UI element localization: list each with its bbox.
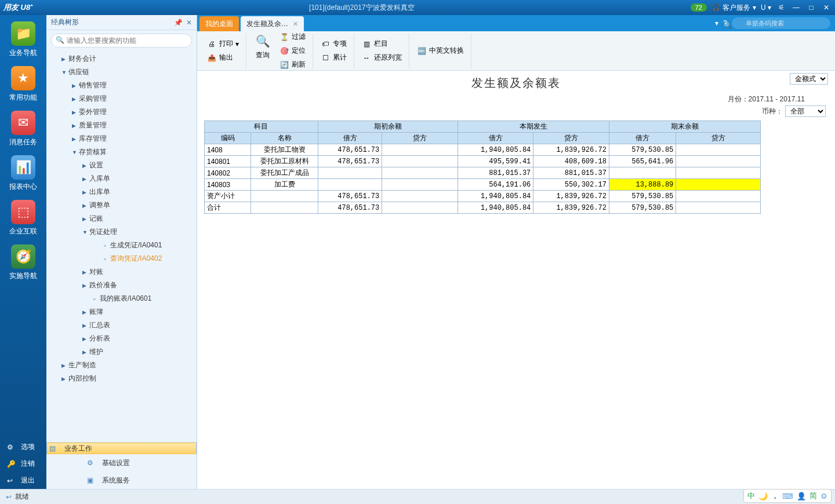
- filter-button[interactable]: ⏳过滤: [277, 31, 308, 43]
- status-bar-local: ↩ 就绪: [0, 489, 835, 504]
- compass-icon: 🧭: [11, 244, 35, 269]
- rail-nav[interactable]: 📁业务导航: [3, 18, 43, 61]
- table-row[interactable]: 140802委托加工产成品881,015.37881,015.37: [205, 167, 761, 179]
- tab-dropdown-icon[interactable]: ▾: [715, 19, 718, 27]
- tree-node[interactable]: ▼凭证处理: [46, 225, 197, 239]
- tree-footer-item[interactable]: ⚙基础设置: [46, 454, 197, 472]
- tree-footer-item[interactable]: ▣系统服务: [46, 472, 197, 489]
- cumulative-checkbox[interactable]: ☐累计: [318, 52, 349, 64]
- tree-node[interactable]: ▫我的账表/IA0601: [46, 292, 197, 305]
- money-format-select[interactable]: 金额式: [790, 73, 828, 85]
- table-row[interactable]: 140803加工费564,191.06550,302.1713,888.89: [205, 179, 761, 191]
- toolbar: 🖨打印 ▾ 📤输出 🔍查询 ⏳过滤 🎯定位 🔄刷新 🏷专项 ☐累: [197, 31, 835, 71]
- report-title: 发生额及余额表: [204, 75, 828, 91]
- pin-icon[interactable]: 📌: [174, 19, 183, 27]
- keyboard-icon[interactable]: ⌨: [782, 492, 793, 501]
- rail-exit[interactable]: ↩退出: [0, 472, 46, 489]
- th-bcr: 贷方: [382, 133, 458, 144]
- rail-favorite[interactable]: ★常用功能: [3, 63, 43, 106]
- person-icon[interactable]: 👤: [797, 492, 806, 501]
- app-logo: 用友 U8+: [3, 2, 33, 13]
- tree-node[interactable]: ▶设置: [46, 159, 197, 172]
- output-button[interactable]: 📤输出: [204, 52, 241, 64]
- moon-icon[interactable]: 🌙: [758, 492, 768, 501]
- rail-logout[interactable]: 🔑注销: [0, 455, 46, 472]
- tree-title: 经典树形: [51, 17, 79, 27]
- tree-node[interactable]: ▶销售管理: [46, 79, 197, 92]
- tab-desktop[interactable]: 我的桌面: [199, 16, 239, 31]
- gear-icon[interactable]: ⚙: [821, 492, 827, 501]
- titlebar-badge[interactable]: 72: [691, 3, 707, 12]
- tree-node[interactable]: ▶出库单: [46, 185, 197, 199]
- back-icon[interactable]: ↩: [6, 493, 12, 501]
- tree-node[interactable]: ▶库存管理: [46, 132, 197, 145]
- tree-node[interactable]: ▶对账: [46, 265, 197, 279]
- tree-node[interactable]: ▶账簿: [46, 305, 197, 319]
- tree-node[interactable]: ▶记账: [46, 212, 197, 225]
- tree-node[interactable]: ▶入库单: [46, 172, 197, 185]
- tree-node[interactable]: ▫生成凭证/IA0401: [46, 239, 197, 252]
- close-tree-icon[interactable]: ✕: [186, 19, 192, 27]
- report-area: 金额式 发生额及余额表 月份：2017.11 - 2017.11 币种：全部 科…: [197, 71, 835, 489]
- ime-cn-icon[interactable]: 中: [747, 491, 755, 501]
- column-button[interactable]: ▥栏目: [359, 38, 404, 50]
- tab-bar: 我的桌面 发生额及余…✕ ▾ ? 🔍: [197, 15, 835, 31]
- table-row[interactable]: 140801委托加工原材料478,651.73495,599.41408,609…: [205, 156, 761, 167]
- query-button[interactable]: 🔍查询: [251, 31, 274, 71]
- mail-icon: ✉: [11, 111, 35, 135]
- tree-node[interactable]: ▫查询凭证/IA0402: [46, 252, 197, 265]
- report-currency: 币种：全部: [204, 105, 828, 117]
- tree-footer-item[interactable]: ▤业务工作: [46, 443, 197, 454]
- barcode-search-input[interactable]: [732, 17, 830, 29]
- tree-search-input[interactable]: [51, 34, 192, 48]
- comma-icon[interactable]: ，: [771, 491, 779, 501]
- tree-node[interactable]: ▶财务会计: [46, 52, 197, 65]
- rail-report[interactable]: 📊报表中心: [3, 152, 43, 195]
- tag-icon: 🏷: [320, 39, 331, 49]
- table-row[interactable]: 资产小计478,651.731,940,805.841,839,926.7257…: [205, 191, 761, 202]
- tree-node[interactable]: ▶汇总表: [46, 319, 197, 332]
- tree-node[interactable]: ▶维护: [46, 345, 197, 359]
- refresh-button[interactable]: 🔄刷新: [277, 59, 308, 71]
- rail-message[interactable]: ✉消息任务: [3, 107, 43, 151]
- close-icon[interactable]: ✕: [821, 3, 832, 12]
- magnifier-icon: 🔍: [253, 32, 272, 50]
- overflow-icon[interactable]: ⚟: [776, 3, 786, 12]
- th-code: 编码: [205, 133, 251, 144]
- search-icon: 🔍: [724, 21, 732, 29]
- tree-node[interactable]: ▼供应链: [46, 65, 197, 79]
- th-edr: 借方: [609, 133, 676, 144]
- tree-node[interactable]: ▶分析表: [46, 332, 197, 345]
- tree-node[interactable]: ▶内部控制: [46, 372, 197, 385]
- rail-enterprise[interactable]: ⬚企业互联: [3, 196, 43, 240]
- grid-icon: ⬚: [11, 200, 35, 224]
- customer-service[interactable]: 🎧客户服务▾: [711, 3, 756, 13]
- tree-node[interactable]: ▶跌价准备: [46, 279, 197, 292]
- tab-balance[interactable]: 发生额及余…✕: [241, 16, 304, 31]
- tree-node[interactable]: ▶生产制造: [46, 359, 197, 372]
- maximize-icon[interactable]: □: [806, 3, 816, 12]
- special-button[interactable]: 🏷专项: [318, 38, 349, 50]
- key-icon: 🔑: [7, 460, 16, 468]
- restore-width-button[interactable]: ↔还原列宽: [359, 52, 404, 64]
- tree-node[interactable]: ▼存货核算: [46, 145, 197, 159]
- tree-node[interactable]: ▶委外管理: [46, 105, 197, 119]
- minimize-icon[interactable]: —: [791, 3, 801, 12]
- print-button[interactable]: 🖨打印 ▾: [204, 38, 241, 50]
- table-row[interactable]: 合计478,651.731,940,805.841,839,926.72579,…: [205, 202, 761, 214]
- tree-node[interactable]: ▶质量管理: [46, 119, 197, 132]
- rail-options[interactable]: ⚙选项: [0, 439, 46, 455]
- simp-icon[interactable]: 简: [809, 491, 817, 501]
- currency-select[interactable]: 全部: [785, 105, 826, 117]
- cn-en-button[interactable]: 🔤中英文转换: [414, 45, 466, 57]
- table-row[interactable]: 1408委托加工物资478,651.731,940,805.841,839,92…: [205, 144, 761, 156]
- title-bar: 用友 U8+ [101](default)2017宁波爱发科真空 72 🎧客户服…: [0, 0, 835, 15]
- star-icon: ★: [11, 66, 35, 90]
- rail-implement[interactable]: 🧭实施导航: [3, 241, 43, 284]
- locate-button[interactable]: 🎯定位: [277, 45, 308, 57]
- tab-close-icon[interactable]: ✕: [293, 20, 298, 28]
- ime-bar[interactable]: 中 🌙 ， ⌨ 👤 简 ⚙: [743, 489, 832, 503]
- tree-node[interactable]: ▶采购管理: [46, 92, 197, 105]
- u-menu[interactable]: U ▾: [761, 3, 771, 12]
- tree-node[interactable]: ▶调整单: [46, 199, 197, 212]
